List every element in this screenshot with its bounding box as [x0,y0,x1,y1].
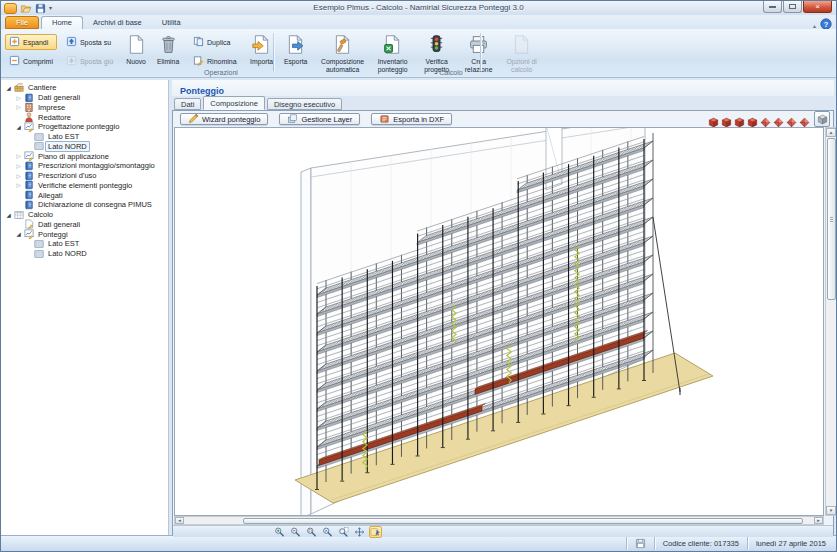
move-down-icon [66,55,77,67]
rinomina-button[interactable]: Rinomina [189,53,241,69]
expanded-arrow-icon[interactable]: ◢ [14,231,23,237]
tab-disegno-esecutivo[interactable]: Disegno esecutivo [267,98,342,110]
scroll-up-arrow[interactable]: ▲ [826,128,836,137]
duplica-button[interactable]: Duplica [189,34,241,50]
elimina-button[interactable]: Elimina [152,31,184,75]
compose-icon [332,34,353,58]
button-label: Rinomina [207,58,237,65]
esporta-in-dxf-button[interactable]: Esporta in DXF [371,113,452,125]
view-tools-strip [173,525,833,537]
move-up-icon [66,36,77,48]
button-label: Esporta in DXF [393,115,444,124]
menu-tab-archivi-di-base[interactable]: Archivi di base [83,16,152,29]
view-mode-button[interactable] [814,111,830,127]
tree-item-lato-nord[interactable]: Lato NORD [1,249,168,259]
render-options-icon[interactable] [369,526,382,538]
import-icon [251,34,272,58]
inventario-ponteggio-button[interactable]: Inventario ponteggio [371,31,415,75]
collapsed-arrow-icon[interactable]: ▷ [14,104,23,110]
tree-item-label: Lato NORD [45,248,90,259]
panel-header: Ponteggio [172,80,834,96]
tree-item-ponteggi[interactable]: ◢Ponteggi [1,229,168,239]
tree-item-dati-generali[interactable]: ▷Dati generali [1,93,168,103]
dxf-box-icon [379,113,390,126]
zoom-out-icon[interactable] [289,526,302,538]
status-date: lunedì 27 aprile 2015 [747,537,834,550]
file-tab[interactable]: File [5,16,39,29]
trash-icon [158,34,179,58]
zoom-window-icon[interactable] [305,526,318,538]
minimize-ribbon-icon[interactable]: ▴ [813,22,816,29]
title-bar: ▾ Esempio Pimus - Calcolo - Namirial Sic… [1,1,836,15]
page-edit-icon [23,219,35,229]
printer-icon [468,34,489,58]
window-title: Esempio Pimus - Calcolo - Namirial Sicur… [1,1,836,15]
collapsed-arrow-icon[interactable]: ▷ [14,95,23,101]
scroll-right-arrow[interactable]: ► [814,517,823,524]
frame-icon [33,239,45,249]
tree-item-progettazione-ponteggio[interactable]: ◢Progettazione ponteggio [1,122,168,132]
frame-icon [33,132,45,142]
collapsed-arrow-icon[interactable]: ▷ [14,182,23,188]
tree-item-calcolo[interactable]: ◢Calcolo [1,210,168,220]
collapsed-arrow-icon[interactable]: ▷ [14,173,23,179]
vertical-scrollbar[interactable]: ▲ ▼ [825,127,837,516]
composizione-automatica-button[interactable]: Composizione automatica [317,31,369,75]
site-icon [13,83,25,93]
esporta-button[interactable]: Esporta [280,31,312,75]
calc-options-icon [511,34,532,58]
navigation-tree: ◢Cantiere▷Dati generali▷ImpreseRedattore… [1,80,169,535]
expanded-arrow-icon[interactable]: ◢ [14,124,23,130]
content-toolbar: Wizard ponteggioGestione LayerEsporta in… [173,111,833,127]
collapsed-arrow-icon[interactable]: ▷ [14,153,23,159]
button-label: Gestione Layer [301,115,352,124]
zoom-previous-icon[interactable] [337,526,350,538]
zoom-in-icon[interactable] [273,526,286,538]
chart-icon [23,122,35,132]
tree-item-verifiche-elementi-ponteggio[interactable]: ▷Verifiche elementi ponteggio [1,181,168,191]
button-label: Sposta giù [80,58,113,65]
ribbon-tab-row: File HomeArchivi di baseUtilità ▴ ? [1,15,836,29]
ribbon: EspandiComprimiSposta suSposta giùNuovoE… [1,29,836,78]
chart-icon [23,229,35,239]
export-icon [285,34,306,58]
tab-content: Wizard ponteggioGestione LayerEsporta in… [172,110,834,535]
espandi-button[interactable]: Espandi [5,34,57,50]
sposta-su-button[interactable]: Sposta su [62,34,117,50]
menu-tab-home[interactable]: Home [41,16,83,29]
rename-icon [193,55,204,67]
close-button[interactable]: × [803,1,832,13]
nuovo-button[interactable]: Nuovo [122,31,150,75]
gestione-layer-button[interactable]: Gestione Layer [279,113,360,125]
page-title: Ponteggio [172,86,224,96]
frame-icon [33,249,45,259]
horizontal-scroll-thumb[interactable] [243,518,803,524]
vertical-scroll-thumb[interactable] [827,138,836,300]
tree-item-imprese[interactable]: ▷Imprese [1,103,168,113]
traffic-light-icon [426,34,447,58]
horizontal-scrollbar[interactable]: ◄ ► [174,516,824,525]
pan-icon[interactable] [353,526,366,538]
button-label: Esporta [284,58,307,65]
comprimi-button[interactable]: Comprimi [5,53,57,69]
building-icon [23,102,35,112]
drawing-canvas[interactable] [174,127,824,516]
maximize-button[interactable] [783,1,802,13]
zoom-extents-icon[interactable] [321,526,334,538]
scroll-left-arrow[interactable]: ◄ [175,517,184,524]
layers-icon [287,113,298,126]
tab-composizione[interactable]: Composizione [203,96,265,110]
button-label: Importa [250,58,273,65]
scroll-down-arrow[interactable]: ▼ [826,506,836,515]
collapsed-arrow-icon[interactable]: ▷ [14,163,23,169]
expanded-arrow-icon[interactable]: ◢ [4,85,13,91]
tree-item-cantiere[interactable]: ◢Cantiere [1,83,168,93]
wizard-ponteggio-button[interactable]: Wizard ponteggio [180,113,268,125]
minimize-button[interactable] [763,1,782,13]
opzioni-di-calcolo-button: Opzioni di calcolo [501,31,543,75]
menu-tab-utilità[interactable]: Utilità [152,16,191,29]
tree-item-dati-generali[interactable]: Dati generali [1,220,168,230]
tab-dati[interactable]: Dati [174,98,201,110]
expanded-arrow-icon[interactable]: ◢ [4,212,13,218]
button-label: Duplica [207,39,230,46]
